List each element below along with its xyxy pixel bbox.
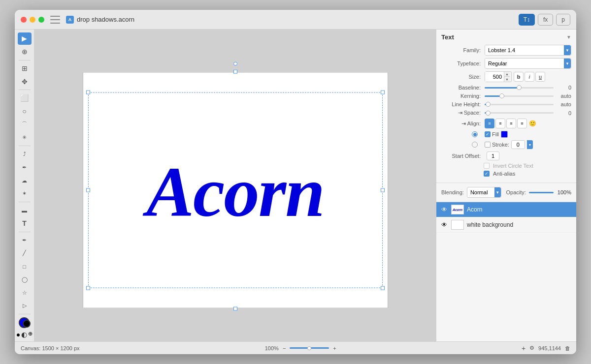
- family-row: Family: Lobster 1.4 ▼: [441, 45, 571, 56]
- align-justify[interactable]: ≡: [517, 119, 527, 128]
- star-tool[interactable]: ☆: [18, 287, 32, 299]
- align-label: ⇥ Align:: [441, 121, 481, 127]
- handle-ml[interactable]: [86, 188, 90, 192]
- opacity-slider[interactable]: [529, 192, 554, 193]
- blending-dropdown[interactable]: ▼: [494, 187, 501, 197]
- eyedropper-tool[interactable]: ✒: [18, 161, 32, 174]
- layer-eye-acorn[interactable]: 👁: [440, 206, 448, 213]
- select-tool[interactable]: ▶: [18, 32, 32, 45]
- zoom-icon-bottom[interactable]: ⊕: [28, 331, 33, 338]
- space-label: ⇥ Space:: [441, 110, 481, 116]
- close-button[interactable]: [21, 17, 27, 23]
- layer-white-background[interactable]: 👁 white background: [436, 217, 576, 233]
- half-circle-icon[interactable]: ◐: [21, 331, 27, 338]
- minimize-button[interactable]: [30, 17, 35, 23]
- tool-divider-5: [19, 232, 31, 232]
- rect-shape-tool[interactable]: ▬: [18, 204, 32, 216]
- ellipse-tool[interactable]: ◯: [18, 273, 32, 286]
- start-offset-value[interactable]: 1: [487, 152, 499, 160]
- delete-layer-btn[interactable]: 🗑: [565, 345, 570, 351]
- layers-section: 👁 Acorn Acorn 👁 white background: [436, 202, 576, 341]
- underline-button[interactable]: u: [535, 72, 545, 82]
- canvas-area[interactable]: Acorn: [34, 30, 436, 341]
- lasso-tool[interactable]: ⌒: [18, 119, 32, 131]
- size-up[interactable]: ▲: [504, 72, 510, 77]
- rectangle-tool[interactable]: □: [18, 260, 32, 273]
- fill-icon[interactable]: ●: [16, 331, 20, 338]
- fx-button[interactable]: fx: [538, 14, 553, 26]
- align-buttons: ≡ ≡ ≡ ≡: [485, 119, 527, 128]
- layer-acorn[interactable]: 👁 Acorn Acorn: [436, 202, 576, 217]
- panel-collapse-btn[interactable]: ▼: [566, 34, 571, 40]
- cloud-tool[interactable]: ☁: [18, 175, 32, 187]
- lineheight-row: Line Height: auto: [441, 101, 571, 107]
- stroke-radio[interactable]: [472, 142, 478, 148]
- text-tool-button[interactable]: T↕: [519, 14, 535, 26]
- arrow-tool[interactable]: ▷: [18, 300, 32, 312]
- align-center[interactable]: ≡: [495, 119, 505, 128]
- p-button[interactable]: p: [556, 14, 570, 26]
- blending-select[interactable]: Normal ▼: [467, 187, 501, 198]
- fill-checkbox[interactable]: [485, 131, 491, 137]
- handle-br[interactable]: [381, 286, 385, 290]
- crop-tool[interactable]: ⊞: [18, 62, 32, 74]
- text-panel: Text ▼ Family: Lobster 1.4 ▼ Typeface: R…: [436, 30, 576, 183]
- marquee-circle-tool[interactable]: ○: [18, 105, 32, 118]
- magic-select-tool[interactable]: ✳: [18, 131, 32, 144]
- handle-bc[interactable]: [233, 307, 237, 311]
- size-down[interactable]: ▼: [504, 77, 510, 82]
- vector-pen-tool[interactable]: ✒: [18, 234, 32, 246]
- traffic-lights: [21, 17, 44, 23]
- emoji-align-btn[interactable]: 🙂: [529, 120, 536, 127]
- fill-color-swatch[interactable]: [501, 131, 508, 138]
- typeface-select[interactable]: Regular ▼: [485, 58, 571, 69]
- stroke-dropdown[interactable]: ▼: [527, 140, 533, 149]
- layer-name-background: white background: [467, 221, 572, 228]
- zoom-plus-btn[interactable]: +: [333, 345, 336, 351]
- sun-tool[interactable]: ✶: [18, 187, 32, 200]
- space-slider[interactable]: [485, 112, 554, 114]
- text-tool[interactable]: T: [18, 217, 32, 230]
- invert-circle-checkbox[interactable]: [484, 163, 490, 169]
- handle-bl[interactable]: [86, 286, 90, 290]
- antialias-checkbox[interactable]: [484, 171, 490, 177]
- invert-circle-label: Invert Circle Text: [493, 163, 533, 169]
- handle-tr[interactable]: [381, 91, 385, 94]
- baseline-slider[interactable]: [485, 87, 554, 89]
- layer-eye-background[interactable]: 👁: [440, 221, 448, 229]
- line-tool[interactable]: ╱: [18, 247, 32, 259]
- family-dropdown-arrow[interactable]: ▼: [564, 45, 571, 55]
- rotation-handle[interactable]: [233, 62, 237, 66]
- align-right[interactable]: ≡: [506, 119, 516, 128]
- align-row: ⇥ Align: ≡ ≡ ≡ ≡ 🙂: [441, 119, 571, 128]
- stroke-checkbox[interactable]: [485, 142, 491, 148]
- transform-tool[interactable]: ✥: [18, 75, 32, 88]
- italic-button[interactable]: i: [525, 72, 534, 82]
- handle-tc[interactable]: [233, 70, 237, 74]
- add-layer-btn[interactable]: +: [522, 344, 525, 352]
- zoom-minus-btn[interactable]: −: [283, 345, 286, 351]
- marquee-rect-tool[interactable]: ⬜: [18, 92, 32, 104]
- settings-icon[interactable]: ⚙: [529, 345, 534, 351]
- handle-mr[interactable]: [381, 188, 385, 192]
- fill-radio[interactable]: [472, 131, 478, 137]
- lineheight-slider[interactable]: [485, 104, 554, 105]
- zoom-tool[interactable]: ⊕: [18, 46, 32, 58]
- opacity-slider-container[interactable]: [529, 192, 556, 193]
- typeface-dropdown-arrow[interactable]: ▼: [564, 59, 571, 68]
- pen-path-tool[interactable]: ⤴: [18, 148, 32, 160]
- size-field[interactable]: 500 ▲ ▼: [485, 71, 512, 82]
- size-stepper[interactable]: ▲ ▼: [504, 72, 510, 82]
- stroke-value[interactable]: 0: [511, 140, 525, 149]
- handle-tl[interactable]: [86, 91, 90, 94]
- zoom-slider[interactable]: [290, 347, 329, 349]
- app-icon: A: [66, 16, 74, 24]
- background-color[interactable]: [23, 320, 31, 328]
- kerning-slider[interactable]: [485, 95, 554, 97]
- family-select[interactable]: Lobster 1.4 ▼: [485, 45, 571, 56]
- sidebar-toggle[interactable]: [50, 16, 60, 24]
- bold-button[interactable]: b: [514, 72, 524, 82]
- maximize-button[interactable]: [38, 17, 44, 23]
- color-swatches[interactable]: [18, 316, 32, 329]
- align-left[interactable]: ≡: [485, 119, 494, 128]
